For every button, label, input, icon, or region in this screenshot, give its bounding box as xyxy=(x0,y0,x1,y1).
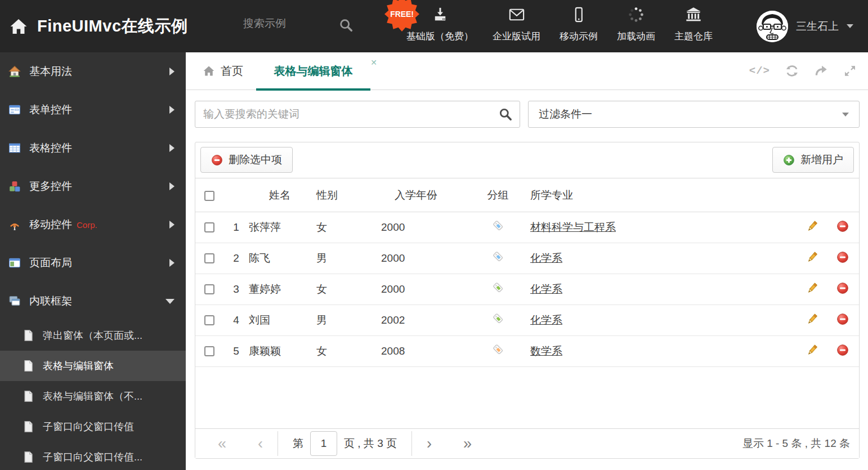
column-header-year[interactable]: 入学年份 xyxy=(381,179,466,212)
nav-item-enterprise-trial[interactable]: 企业版试用 xyxy=(493,6,540,43)
expand-icon[interactable] xyxy=(843,64,857,78)
sidebar-item-form-controls[interactable]: 表单控件 xyxy=(0,91,186,129)
chevron-right-icon xyxy=(169,106,175,114)
user-menu[interactable]: 三生石上 xyxy=(757,0,853,52)
grid-toolbar: 删除选中项 新增用户 xyxy=(195,142,859,178)
close-icon[interactable]: ✕ xyxy=(370,58,377,67)
app-header: FineUIMvc在线示例 FREE! 基础版（免费） 企业版试用 移动示例 xyxy=(0,0,868,52)
cell-gender: 女 xyxy=(316,274,381,305)
delete-row-button[interactable] xyxy=(835,250,850,265)
record-summary: 显示 1 - 5 条 , 共 12 条 xyxy=(742,436,850,451)
delete-row-button[interactable] xyxy=(835,219,850,234)
sidebar-item-grid-controls[interactable]: 表格控件 xyxy=(0,129,186,167)
minus-circle-icon xyxy=(211,154,223,166)
row-checkbox[interactable] xyxy=(204,284,214,294)
view-source-icon[interactable]: </> xyxy=(749,65,770,77)
row-checkbox[interactable] xyxy=(204,315,214,325)
row-checkbox[interactable] xyxy=(204,253,214,263)
nav-item-mobile-demo[interactable]: 移动示例 xyxy=(560,6,598,43)
tag-icon xyxy=(492,281,504,294)
layout-icon xyxy=(8,257,21,269)
column-header-group[interactable]: 分组 xyxy=(466,179,530,212)
select-all-checkbox[interactable] xyxy=(204,191,214,201)
keyword-input[interactable] xyxy=(195,101,498,127)
major-link[interactable]: 化学系 xyxy=(530,283,562,295)
sidebar-group-iframe[interactable]: 内联框架 xyxy=(0,282,186,320)
delete-row-button[interactable] xyxy=(835,343,850,357)
sidebar-item-mobile-controls[interactable]: 移动控件 Corp. xyxy=(0,205,186,244)
pagination-bar: « ‹ 第 页 , 共 3 页 › » 显示 1 - 5 条 , 共 12 条 xyxy=(195,428,859,458)
sidebar-subitem-grid-edit-window[interactable]: 表格与编辑窗体 xyxy=(0,351,186,381)
pager-divider xyxy=(278,431,278,456)
add-user-button[interactable]: 新增用户 xyxy=(772,147,854,173)
table-row: 3 董婷婷 女 2000 化学系 xyxy=(195,274,859,305)
next-page-button[interactable]: › xyxy=(427,436,432,451)
major-link[interactable]: 数学系 xyxy=(530,345,562,357)
header-search-input[interactable] xyxy=(242,17,332,30)
sidebar-item-basic-usage[interactable]: 基本用法 xyxy=(0,52,186,91)
row-checkbox[interactable] xyxy=(204,222,214,232)
edit-button[interactable] xyxy=(805,219,820,234)
share-icon[interactable] xyxy=(814,64,829,78)
chevron-right-icon xyxy=(169,68,175,75)
delete-row-button[interactable] xyxy=(835,281,850,296)
nav-item-theme-store[interactable]: 主题仓库 xyxy=(674,6,713,43)
tab-grid-edit-window[interactable]: 表格与编辑窗体 ✕ xyxy=(256,52,370,90)
avatar xyxy=(757,11,788,42)
cell-year: 2002 xyxy=(381,305,466,335)
sidebar-subitem-grid-edit-window-2[interactable]: 表格与编辑窗体（不... xyxy=(0,381,186,411)
major-link[interactable]: 化学系 xyxy=(530,252,562,264)
delete-row-button[interactable] xyxy=(835,312,850,326)
tag-icon xyxy=(492,312,504,325)
sidebar-item-more-controls[interactable]: 更多控件 xyxy=(0,167,186,205)
envelope-icon xyxy=(508,6,525,26)
nav-item-loading-animation[interactable]: 加载动画 xyxy=(617,6,655,43)
corp-badge: Corp. xyxy=(77,220,97,230)
filter-dropdown-value: 过滤条件一 xyxy=(539,107,592,122)
sidebar-subitem-child-to-parent[interactable]: 子窗口向父窗口传值 xyxy=(0,411,186,442)
major-link[interactable]: 化学系 xyxy=(530,314,562,326)
cell-year: 2000 xyxy=(381,243,466,274)
tab-active-underline xyxy=(256,88,370,91)
prev-page-button[interactable]: ‹ xyxy=(258,436,263,451)
brand[interactable]: FineUIMvc在线示例 xyxy=(9,0,188,52)
table-icon xyxy=(8,142,21,154)
row-checkbox[interactable] xyxy=(204,346,214,356)
edit-button[interactable] xyxy=(805,281,820,296)
edit-button[interactable] xyxy=(805,343,820,357)
row-number: 5 xyxy=(223,335,249,366)
download-icon xyxy=(432,6,449,26)
column-header-name[interactable]: 姓名 xyxy=(249,179,316,212)
sidebar-subitem-label: 弹出窗体（本页面或... xyxy=(43,329,142,342)
home-icon xyxy=(8,65,21,78)
last-page-button[interactable]: » xyxy=(463,436,472,451)
bank-icon xyxy=(685,6,702,26)
sidebar-item-page-layout[interactable]: 页面布局 xyxy=(0,244,186,282)
document-icon xyxy=(23,420,34,433)
cell-gender: 女 xyxy=(316,335,381,366)
refresh-icon[interactable] xyxy=(785,64,799,78)
first-page-button[interactable]: « xyxy=(218,436,226,451)
search-icon[interactable] xyxy=(338,17,354,35)
row-number: 1 xyxy=(223,212,249,243)
delete-selected-label: 删除选中项 xyxy=(229,153,282,167)
column-header-major[interactable]: 所学专业 xyxy=(530,179,798,212)
page-number-input[interactable] xyxy=(310,431,337,456)
search-icon[interactable] xyxy=(498,107,520,122)
delete-selected-button[interactable]: 删除选中项 xyxy=(200,147,293,173)
filter-dropdown[interactable]: 过滤条件一 xyxy=(528,101,860,128)
sidebar-item-label: 表单控件 xyxy=(29,102,72,117)
sidebar-subitem-label: 子窗口向父窗口传值... xyxy=(43,450,142,464)
add-user-label: 新增用户 xyxy=(800,153,843,167)
sidebar-subitem-child-to-parent-2[interactable]: 子窗口向父窗口传值... xyxy=(0,442,186,470)
major-link[interactable]: 材料科学与工程系 xyxy=(530,221,616,233)
frames-icon xyxy=(8,295,21,307)
column-header-gender[interactable]: 性别 xyxy=(316,179,381,212)
chevron-down-icon xyxy=(847,24,853,28)
sidebar-subitem-popup-window[interactable]: 弹出窗体（本页面或... xyxy=(0,320,186,351)
tab-home[interactable]: 首页 xyxy=(203,52,243,89)
edit-button[interactable] xyxy=(805,312,820,326)
app-title: FineUIMvc在线示例 xyxy=(37,15,188,38)
header-nav: 基础版（免费） 企业版试用 移动示例 加载动画 xyxy=(406,6,713,43)
edit-button[interactable] xyxy=(805,250,820,265)
